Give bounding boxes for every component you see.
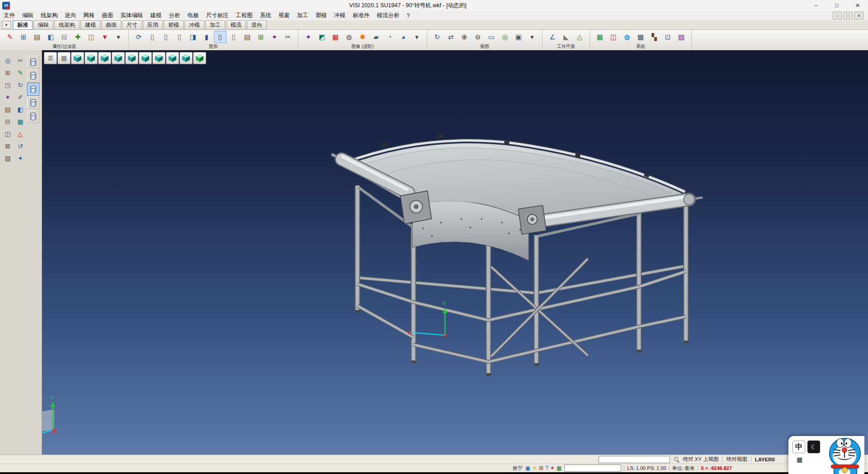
menu-item[interactable]: 电极	[184, 11, 203, 20]
toolbar-icon[interactable]: ◎	[499, 31, 511, 43]
toolbar-icon[interactable]: ◔	[383, 31, 396, 43]
toolbar-icon[interactable]: ◣	[560, 31, 572, 43]
layer-filter-button[interactable]	[27, 56, 39, 69]
menu-item[interactable]: 塑模	[312, 11, 330, 20]
toolbar-icon[interactable]: ✦	[268, 31, 281, 43]
ime-language-button[interactable]: 中	[793, 441, 805, 453]
toolbar-icon[interactable]: ◩	[316, 31, 328, 43]
toolbar-icon[interactable]: ▩	[634, 31, 647, 43]
mdi-window-button[interactable]: ✕	[854, 12, 863, 19]
toolbar-tab[interactable]: 标准	[13, 20, 33, 30]
status-tool-icon[interactable]: ⊞	[539, 465, 543, 471]
toolbar-tab[interactable]: 尺寸	[122, 20, 142, 30]
status-search-input[interactable]	[599, 456, 670, 463]
toolbar-icon[interactable]: ▤	[241, 31, 254, 43]
toolbar-icon[interactable]: ▤	[31, 31, 43, 43]
toolbar-tab[interactable]: 冲模	[184, 20, 204, 30]
toolbar-tab[interactable]: 建模	[80, 20, 100, 30]
toolbar-tab[interactable]: 编辑	[33, 20, 53, 30]
sidebar-tool-icon[interactable]: ✦	[2, 91, 14, 103]
view-preset-button[interactable]	[125, 52, 138, 64]
toolbar-icon[interactable]: ▮	[200, 31, 213, 43]
absolute-view-label[interactable]: 绝对视图	[726, 456, 747, 463]
layer-filter-button[interactable]	[27, 110, 39, 123]
layer-filter-button[interactable]	[27, 83, 39, 96]
toolbar-icon[interactable]: ⟳	[132, 31, 145, 43]
toolbar-icon[interactable]: ✂	[282, 31, 294, 43]
toolbar-icon[interactable]: ▨	[675, 31, 688, 43]
toolbar-icon[interactable]: ∠	[546, 31, 559, 43]
minimize-button[interactable]: –	[806, 0, 826, 11]
view-preset-button[interactable]	[71, 52, 84, 64]
sidebar-tool-icon[interactable]: ⊟	[2, 116, 14, 127]
menu-item[interactable]: 逆向	[61, 11, 80, 20]
menu-item[interactable]: 冲模	[330, 11, 349, 20]
status-tool-icon[interactable]: ☀	[532, 465, 537, 471]
menu-item[interactable]: ?	[403, 11, 414, 20]
toolbar-icon[interactable]: ◕	[397, 31, 410, 43]
sidebar-tool-icon[interactable]: ▤	[2, 104, 14, 115]
mdi-window-button[interactable]: □	[844, 12, 853, 19]
status-tool-icon[interactable]: ?	[545, 465, 548, 471]
view-preset-button[interactable]	[139, 52, 152, 64]
menu-item[interactable]: 文件	[0, 11, 19, 20]
toolbar-icon[interactable]: ▦	[329, 31, 342, 43]
view-preset-button[interactable]	[179, 52, 193, 64]
toolbar-icon[interactable]: ▾	[410, 31, 423, 43]
tab-dropdown-button[interactable]: ▼	[2, 21, 11, 29]
ime-keyboard-icon[interactable]: ▦	[797, 456, 802, 463]
view-mode-label[interactable]: 绝对 XY 上视图	[683, 456, 719, 463]
toolbar-icon[interactable]: ▦	[594, 31, 606, 43]
toolbar-icon[interactable]: ▣	[512, 31, 525, 43]
status-tool-icon[interactable]: ✦	[550, 465, 555, 471]
sidebar-tool-icon[interactable]: ▧	[2, 152, 14, 164]
snap-label[interactable]: 拴宁	[513, 465, 523, 472]
toolbar-icon[interactable]: ◨	[187, 31, 199, 43]
toolbar-icon[interactable]: △	[573, 31, 586, 43]
menu-item[interactable]: 尺寸标注	[203, 11, 232, 20]
sidebar-tool-icon[interactable]: ⊞	[2, 67, 14, 78]
sidebar-tool-icon[interactable]: ✂	[14, 55, 26, 66]
sidebar-tool-icon[interactable]: ◳	[2, 79, 14, 90]
3d-viewport[interactable]: ☰▤	[42, 50, 868, 455]
menu-item[interactable]: 编辑	[19, 11, 37, 20]
toolbar-icon[interactable]: ◧	[44, 31, 57, 43]
toolbar-tab[interactable]: 塑模	[164, 20, 184, 30]
sidebar-tool-icon[interactable]: ↻	[14, 79, 26, 90]
view-preset-button[interactable]	[166, 52, 179, 64]
toolbar-icon[interactable]: ⊖	[472, 31, 484, 43]
toolbar-tab[interactable]: 曲面	[101, 20, 121, 30]
toolbar-icon[interactable]: ⊞	[255, 31, 267, 43]
sidebar-tool-icon[interactable]: ◧	[14, 104, 26, 115]
menu-item[interactable]: 工程图	[232, 11, 257, 20]
toolbar-icon[interactable]: ▾	[112, 31, 125, 43]
toolbar-icon[interactable]: ⊕	[458, 31, 471, 43]
toolbar-icon[interactable]: ⇄	[444, 31, 457, 43]
toolbar-icon[interactable]: ✎	[4, 31, 16, 43]
toolbar-icon[interactable]: ▚	[648, 31, 660, 43]
toolbar-icon[interactable]: ◍	[343, 31, 355, 43]
toolbar-tab[interactable]: 逆向	[247, 20, 267, 30]
search-icon[interactable]	[674, 456, 679, 462]
status-tool-icon[interactable]: ▦	[557, 465, 561, 471]
sidebar-tool-icon[interactable]: ✎	[14, 67, 26, 78]
menu-item[interactable]: 曲面	[99, 11, 117, 20]
toolbar-tab[interactable]: 加工	[205, 20, 225, 30]
toolbar-icon[interactable]: ✱	[356, 31, 369, 43]
toolbar-icon[interactable]: ↻	[431, 31, 443, 43]
sidebar-tool-icon[interactable]: ◎	[2, 55, 14, 66]
toolbar-tab[interactable]: 模流	[226, 20, 246, 30]
mdi-window-button[interactable]: –	[833, 12, 842, 19]
status-tool-icon[interactable]: ▣	[525, 465, 530, 471]
toolbar-icon[interactable]: ⊡	[661, 31, 674, 43]
toolbar-icon[interactable]: ◫	[85, 31, 98, 43]
menu-item[interactable]: 建模	[147, 11, 165, 20]
layer-filter-button[interactable]	[27, 69, 39, 82]
toolbar-icon[interactable]: ▯	[173, 31, 186, 43]
toolbar-icon[interactable]: ⊟	[58, 31, 71, 43]
view-preset-button[interactable]	[193, 52, 206, 64]
status-command-input[interactable]	[564, 465, 621, 472]
menu-item[interactable]: 标准件	[349, 11, 373, 20]
sidebar-tool-icon[interactable]: ⊠	[2, 140, 14, 152]
close-button[interactable]: ✕	[847, 0, 868, 11]
